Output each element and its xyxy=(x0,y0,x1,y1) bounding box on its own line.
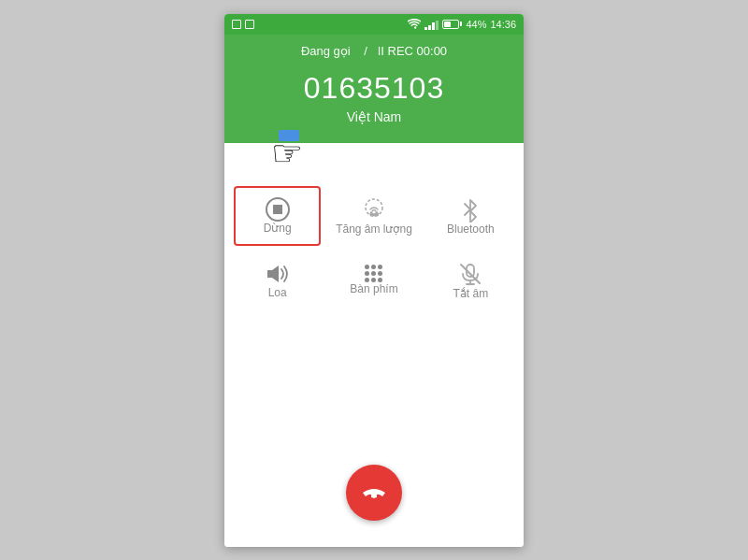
end-call-area xyxy=(346,309,402,547)
pause-button[interactable]: Dừng xyxy=(234,186,321,246)
battery-body xyxy=(442,20,459,29)
cursor-area: ☞ xyxy=(224,130,524,186)
country-name: Việt Nam xyxy=(347,109,402,124)
speaker-label: Loa xyxy=(268,286,287,299)
phone-frame: 44% 14:36 Đang gọi / II REC 00:00 016351… xyxy=(224,14,524,547)
hand-pointer: ☞ xyxy=(271,130,303,186)
status-bar-left xyxy=(232,20,254,29)
signal-bar-3 xyxy=(432,22,435,30)
signal-bar-4 xyxy=(436,21,439,30)
status-bar: 44% 14:36 xyxy=(224,14,524,35)
clock: 14:36 xyxy=(490,19,516,30)
bluetooth-icon xyxy=(458,196,482,223)
phone-number: 01635103 xyxy=(304,71,444,106)
signal-bars xyxy=(424,19,439,30)
speaker-icon xyxy=(264,262,292,286)
bluetooth-label: Bluetooth xyxy=(447,223,495,236)
volume-button[interactable]: Tăng âm lượng xyxy=(330,186,417,246)
battery-fill xyxy=(444,22,450,27)
status-bar-right: 44% 14:36 xyxy=(408,19,516,30)
sim2-icon xyxy=(245,20,254,29)
sim1-icon xyxy=(232,20,241,29)
keypad-button[interactable]: Bàn phím xyxy=(330,251,417,309)
speaker-button[interactable]: Loa xyxy=(234,251,321,309)
call-header: Đang gọi / II REC 00:00 01635103 Việt Na… xyxy=(224,35,524,143)
stop-icon xyxy=(266,197,290,222)
end-call-button[interactable] xyxy=(346,465,402,521)
battery-icon xyxy=(442,20,462,29)
actions-row2: Loa Bàn phím xyxy=(224,251,524,309)
actions-row1: Dừng Tăng âm lượng xyxy=(224,186,524,246)
mute-button[interactable]: Tắt âm xyxy=(427,251,514,309)
blue-rect xyxy=(279,130,299,141)
mute-label: Tắt âm xyxy=(453,287,488,300)
signal-bar-2 xyxy=(428,25,431,30)
battery-percent: 44% xyxy=(466,19,486,30)
battery-tip xyxy=(460,22,462,26)
volume-label: Tăng âm lượng xyxy=(336,223,412,236)
pause-label: Dừng xyxy=(264,222,292,235)
call-status: Đang gọi / II REC 00:00 xyxy=(301,44,447,58)
call-body: ☞ Dừng Tăng âm lượng xyxy=(224,143,524,547)
mute-icon xyxy=(457,261,483,287)
end-call-icon xyxy=(361,483,387,502)
bluetooth-button[interactable]: Bluetooth xyxy=(427,186,514,246)
keypad-label: Bàn phím xyxy=(350,282,397,295)
signal-bar-1 xyxy=(424,27,427,30)
keypad-icon xyxy=(365,265,382,282)
wifi-icon xyxy=(408,19,421,30)
volume-icon xyxy=(361,196,387,223)
